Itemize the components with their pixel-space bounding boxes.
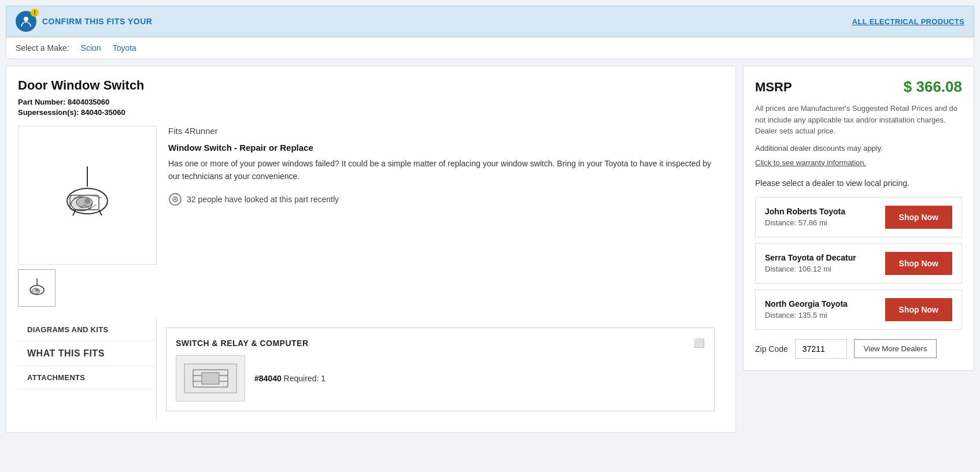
diagram-required: Required: 1 bbox=[284, 374, 326, 383]
diagram-image bbox=[176, 355, 245, 402]
dealer-info-2: Serra Toyota of Decatur Distance: 106.12… bbox=[765, 253, 856, 273]
confirm-text: CONFIRM THIS FITS YOUR bbox=[42, 17, 152, 26]
views-text: 32 people have looked at this part recen… bbox=[187, 195, 339, 204]
dealer-row-2: Serra Toyota of Decatur Distance: 106.12… bbox=[755, 243, 962, 284]
dealer-info-3: North Georgia Toyota Distance: 135.5 mi bbox=[765, 299, 848, 319]
tab-diagrams[interactable]: DIAGRAMS AND KITS bbox=[18, 318, 156, 341]
msrp-row: MSRP $ 366.08 bbox=[755, 78, 962, 96]
left-panel: Door Window Switch Part Number: 84040350… bbox=[6, 66, 736, 433]
shop-now-btn-1[interactable]: Shop Now bbox=[885, 206, 952, 229]
eye-icon bbox=[168, 192, 182, 206]
tab-attachments[interactable]: ATTACHMENTS bbox=[18, 366, 156, 389]
main-product-image[interactable] bbox=[18, 126, 157, 265]
supersession-value: 84040-35060 bbox=[81, 108, 125, 117]
repair-title: Window Switch - Repair or Replace bbox=[168, 143, 724, 153]
svg-point-12 bbox=[35, 288, 39, 292]
make-scion[interactable]: Scion bbox=[81, 43, 101, 53]
dealer-name-1: John Roberts Toyota bbox=[765, 207, 845, 216]
thumbnail-svg bbox=[25, 277, 49, 300]
msrp-price: $ 366.08 bbox=[904, 78, 962, 96]
tab-content: SWITCH & RELAY & COMPUTER ⬜ bbox=[157, 318, 724, 421]
fits-label: Fits 4Runner bbox=[168, 126, 724, 136]
diagram-header: SWITCH & RELAY & COMPUTER ⬜ bbox=[176, 337, 705, 348]
product-description: Fits 4Runner Window Switch - Repair or R… bbox=[168, 126, 724, 307]
make-selector-label: Select a Make: bbox=[16, 43, 69, 53]
product-title: Door Window Switch bbox=[18, 78, 724, 93]
part-number-label: Part Number: bbox=[18, 98, 65, 106]
dealer-row-1: John Roberts Toyota Distance: 57.86 mi S… bbox=[755, 197, 962, 237]
msrp-label: MSRP bbox=[755, 80, 792, 95]
image-area bbox=[18, 126, 157, 307]
svg-point-8 bbox=[84, 198, 90, 204]
right-panel: MSRP $ 366.08 All prices are Manufacture… bbox=[743, 66, 974, 371]
diagram-expand-icon[interactable]: ⬜ bbox=[693, 337, 705, 348]
product-image-svg bbox=[53, 161, 122, 230]
make-toyota[interactable]: Toyota bbox=[113, 43, 136, 53]
part-number-value: 8404035060 bbox=[68, 98, 109, 106]
shop-now-btn-2[interactable]: Shop Now bbox=[885, 252, 952, 275]
dealer-name-3: North Georgia Toyota bbox=[765, 299, 848, 309]
confirm-icon: ! bbox=[16, 11, 36, 32]
diagram-content: #84040 Required: 1 bbox=[176, 355, 705, 402]
dealer-row-3: North Georgia Toyota Distance: 135.5 mi … bbox=[755, 289, 962, 330]
discount-note: Additional dealer discounts may apply. bbox=[755, 144, 962, 153]
all-electrical-link[interactable]: ALL ELECTRICAL PRODUCTS bbox=[852, 17, 964, 26]
make-selector-bar: Select a Make: Scion Toyota bbox=[6, 37, 974, 59]
svg-point-15 bbox=[175, 198, 176, 200]
dealer-dist-3: Distance: 135.5 mi bbox=[765, 311, 848, 319]
bottom-tabs: DIAGRAMS AND KITS WHAT THIS FITS ATTACHM… bbox=[18, 318, 724, 421]
dealer-prompt: Please select a dealer to view local pri… bbox=[755, 179, 962, 188]
zip-row: Zip Code View More Dealers bbox=[755, 339, 962, 359]
supersession-row: Supersession(s): 84040-35060 bbox=[18, 108, 724, 117]
svg-rect-23 bbox=[202, 373, 219, 384]
diagram-svg bbox=[182, 361, 239, 396]
confirm-left: ! CONFIRM THIS FITS YOUR bbox=[16, 11, 152, 32]
diagram-part-info: #84040 Required: 1 bbox=[254, 374, 326, 383]
dealer-dist-1: Distance: 57.86 mi bbox=[765, 218, 845, 227]
diagram-part-code: #84040 bbox=[254, 374, 284, 383]
diagram-box: SWITCH & RELAY & COMPUTER ⬜ bbox=[166, 328, 715, 411]
part-number-row: Part Number: 8404035060 bbox=[18, 98, 724, 106]
main-layout: Door Window Switch Part Number: 84040350… bbox=[6, 66, 974, 433]
zip-label: Zip Code bbox=[755, 344, 788, 354]
confirm-bar: ! CONFIRM THIS FITS YOUR ALL ELECTRICAL … bbox=[6, 6, 974, 37]
zip-input[interactable] bbox=[795, 339, 847, 359]
repair-text: Has one or more of your power windows fa… bbox=[168, 157, 724, 183]
shop-now-btn-3[interactable]: Shop Now bbox=[885, 298, 952, 321]
person-icon bbox=[20, 15, 32, 28]
views-row: 32 people have looked at this part recen… bbox=[168, 192, 724, 206]
diagram-title: SWITCH & RELAY & COMPUTER bbox=[176, 339, 309, 348]
dealer-dist-2: Distance: 106.12 mi bbox=[765, 265, 856, 273]
product-content: Fits 4Runner Window Switch - Repair or R… bbox=[18, 126, 724, 307]
view-more-dealers-btn[interactable]: View More Dealers bbox=[854, 339, 937, 358]
price-note: All prices are Manufacturer's Suggested … bbox=[755, 103, 962, 137]
thumbnail-image[interactable] bbox=[18, 269, 56, 307]
dealer-info-1: John Roberts Toyota Distance: 57.86 mi bbox=[765, 207, 845, 227]
confirm-badge: ! bbox=[31, 9, 39, 17]
dealer-name-2: Serra Toyota of Decatur bbox=[765, 253, 856, 262]
supersession-label: Supersession(s): bbox=[18, 108, 79, 117]
svg-point-0 bbox=[24, 17, 28, 21]
warranty-note[interactable]: Click to see warranty information. bbox=[755, 158, 962, 167]
tab-list: DIAGRAMS AND KITS WHAT THIS FITS ATTACHM… bbox=[18, 318, 157, 421]
tab-what-this-fits[interactable]: WHAT THIS FITS bbox=[18, 341, 156, 366]
